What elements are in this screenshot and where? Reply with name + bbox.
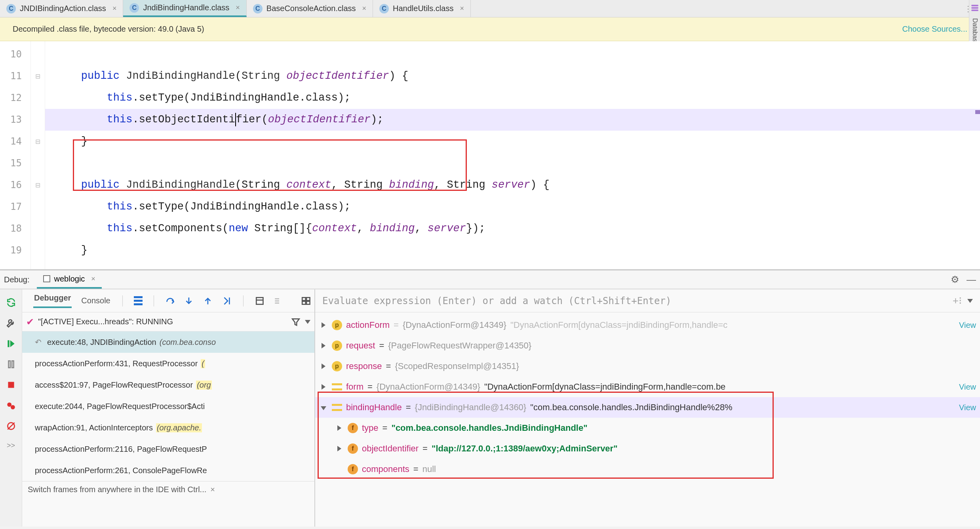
- frame-text: access$201:97, PageFlowRequestProcessor: [35, 381, 193, 390]
- variable-row[interactable]: p actionForm = {DynaActionForm@14349} "D…: [315, 315, 980, 335]
- add-watch-icon[interactable]: +⁝: [953, 295, 962, 307]
- chevron-right-icon[interactable]: [322, 343, 325, 348]
- chevron-right-icon[interactable]: [322, 363, 325, 369]
- chevron-down-icon[interactable]: [321, 406, 326, 410]
- variable-row[interactable]: f components = null: [315, 459, 980, 480]
- frame-pkg: (com.bea.conso: [160, 338, 216, 347]
- svg-point-6: [10, 405, 15, 409]
- debug-toolwindow-header: Debug: weblogic × ⚙ —: [0, 269, 980, 289]
- stack-frame[interactable]: wrapAction:91, ActionInterceptors (org.a…: [22, 417, 314, 438]
- field-icon: f: [348, 443, 358, 454]
- line-number: 18: [10, 218, 22, 240]
- rerun-icon[interactable]: [6, 297, 16, 308]
- decompiled-banner: Decompiled .class file, bytecode version…: [0, 17, 980, 41]
- code-editor[interactable]: 10 11 12 13 14 15 16 17 18 19 ⊟ ⊟ ⊟ publ…: [0, 41, 980, 269]
- step-into-icon[interactable]: [184, 296, 194, 306]
- svg-rect-2: [8, 361, 10, 367]
- variable-row[interactable]: p request = {PageFlowRequestWrapper@1435…: [315, 335, 980, 356]
- gear-icon[interactable]: ⚙: [951, 274, 959, 285]
- close-icon[interactable]: ×: [210, 485, 215, 494]
- stack-frame[interactable]: execute:2044, PageFlowRequestProcessor$A…: [22, 396, 314, 417]
- var-name: components: [362, 464, 409, 474]
- class-icon: C: [6, 4, 16, 13]
- tab-label: JndiBindingHandle.class: [143, 3, 229, 12]
- step-out-icon[interactable]: [203, 296, 213, 306]
- frame-text: execute:48, JNDIBindingAction: [47, 338, 156, 347]
- view-link[interactable]: View: [959, 321, 976, 330]
- close-icon[interactable]: ×: [236, 4, 240, 12]
- stack-frame[interactable]: processActionPerform:2116, PageFlowReque…: [22, 438, 314, 460]
- close-icon[interactable]: ×: [362, 4, 367, 13]
- view-link[interactable]: View: [959, 403, 976, 412]
- chevron-right-icon[interactable]: [322, 384, 325, 390]
- fold-icon[interactable]: ⊟: [35, 131, 40, 152]
- banner-text: Decompiled .class file, bytecode version…: [13, 25, 204, 34]
- hint-bar: Switch frames from anywhere in the IDE w…: [22, 481, 314, 498]
- stack-frame[interactable]: processActionPerform:431, RequestProcess…: [22, 353, 314, 374]
- tab-jndibindingaction[interactable]: C JNDIBindingAction.class ×: [0, 0, 123, 17]
- fold-icon[interactable]: ⊟: [35, 65, 40, 87]
- tab-console[interactable]: Console: [80, 296, 111, 305]
- wrench-icon[interactable]: [6, 318, 16, 328]
- view-link[interactable]: View: [959, 382, 976, 392]
- debug-inner-tabs: Debugger Console: [22, 289, 314, 312]
- variable-row[interactable]: form = {DynaActionForm@14349} "DynaActio…: [315, 377, 980, 397]
- threads-icon[interactable]: [134, 296, 143, 305]
- class-icon: C: [379, 4, 389, 13]
- local-icon: [332, 383, 342, 390]
- close-icon[interactable]: ×: [460, 4, 464, 13]
- line-number: 17: [10, 196, 22, 218]
- evaluate-icon[interactable]: [255, 296, 265, 306]
- breakpoints-icon[interactable]: [6, 400, 16, 411]
- run-config-tab[interactable]: weblogic ×: [37, 270, 102, 289]
- thread-name: "[ACTIVE] Execu...hreads": RUNNING: [38, 317, 287, 326]
- chevron-down-icon[interactable]: [967, 299, 973, 303]
- svg-rect-0: [8, 340, 9, 347]
- stack-frame[interactable]: access$201:97, PageFlowRequestProcessor …: [22, 374, 314, 396]
- svg-rect-3: [12, 361, 13, 367]
- code-area[interactable]: public JndiBindingHandle(String objectId…: [45, 41, 980, 269]
- stop-icon[interactable]: [6, 380, 16, 390]
- database-icon[interactable]: [971, 5, 978, 12]
- stack-frame[interactable]: ↶execute:48, JNDIBindingAction (com.bea.…: [22, 331, 314, 353]
- more-icon[interactable]: >>: [7, 441, 15, 450]
- run-config-name: weblogic: [54, 274, 85, 284]
- tab-baseconsoleaction[interactable]: C BaseConsoleAction.class ×: [247, 0, 373, 17]
- var-name: actionForm: [346, 320, 390, 330]
- tab-debugger[interactable]: Debugger: [33, 293, 72, 308]
- chevron-right-icon[interactable]: [337, 425, 341, 431]
- mute-breakpoints-icon[interactable]: [6, 421, 16, 431]
- filter-icon[interactable]: [291, 317, 301, 327]
- run-to-cursor-icon[interactable]: [222, 296, 232, 306]
- resume-icon[interactable]: [6, 339, 16, 349]
- chevron-down-icon[interactable]: [305, 320, 310, 324]
- close-icon[interactable]: ×: [112, 4, 117, 13]
- pause-icon[interactable]: [6, 359, 16, 369]
- frame-pkg: (org: [196, 381, 212, 390]
- debug-label: Debug:: [4, 275, 30, 284]
- layout-icon[interactable]: [301, 296, 311, 306]
- trace-icon[interactable]: [273, 296, 284, 306]
- tab-handleutils[interactable]: C HandleUtils.class ×: [373, 0, 471, 17]
- frame-text: processActionPerform:431, RequestProcess…: [35, 359, 198, 368]
- drop-frame-icon[interactable]: ↶: [35, 337, 42, 347]
- fold-icon[interactable]: ⊟: [35, 174, 40, 196]
- variable-row[interactable]: bindingHandle = {JndiBindingHandle@14360…: [315, 397, 980, 418]
- evaluate-input[interactable]: Evaluate expression (Enter) or add a wat…: [322, 295, 947, 306]
- watch-header: Evaluate expression (Enter) or add a wat…: [315, 289, 980, 312]
- minimize-icon[interactable]: —: [967, 274, 976, 285]
- tab-jndibindinghandle[interactable]: C JndiBindingHandle.class ×: [123, 0, 246, 17]
- hint-text: Switch frames from anywhere in the IDE w…: [28, 485, 206, 494]
- step-over-icon[interactable]: [165, 296, 175, 306]
- choose-sources-link[interactable]: Choose Sources...: [902, 25, 967, 34]
- variable-row[interactable]: f objectIdentifier = "ldap://127.0.0.;1:…: [315, 438, 980, 459]
- stack-frame[interactable]: processActionPerform:261, ConsolePageFlo…: [22, 460, 314, 481]
- variable-row[interactable]: f type = "com.bea.console.handles.JndiBi…: [315, 418, 980, 438]
- variable-row[interactable]: p response = {ScopedResponseImpl@14351}: [315, 356, 980, 377]
- chevron-right-icon[interactable]: [337, 446, 341, 451]
- close-icon[interactable]: ×: [91, 275, 95, 283]
- class-icon: C: [253, 4, 263, 13]
- frame-pkg: (org.apache.: [156, 423, 202, 432]
- thread-selector[interactable]: ✔ "[ACTIVE] Execu...hreads": RUNNING: [22, 312, 314, 331]
- chevron-right-icon[interactable]: [322, 322, 325, 328]
